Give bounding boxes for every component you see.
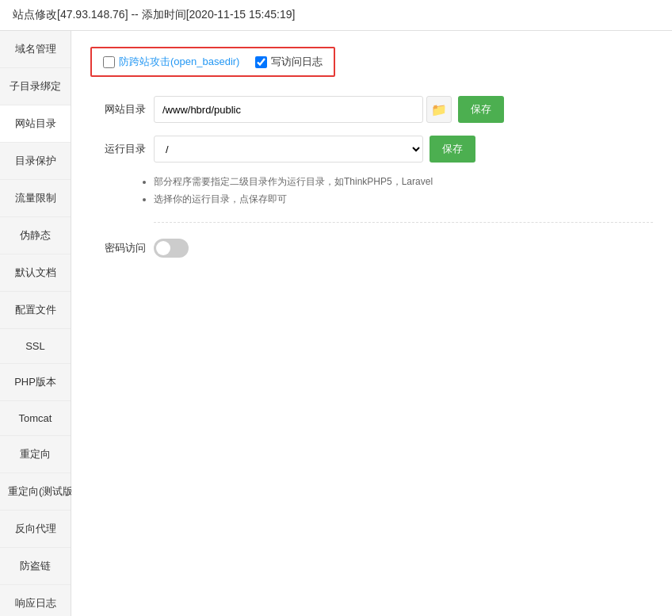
header-title: 站点修改[47.93.148.76] -- 添加时间[2020-11-15 15… <box>13 8 295 21</box>
hint-list: 部分程序需要指定二级目录作为运行目录，如ThinkPHP5，Laravel 选择… <box>154 175 653 206</box>
content-area: 防跨站攻击(open_basedir) 写访问日志 网站目录 📁 保存 运行目录 <box>71 31 672 616</box>
sidebar-item-webdir[interactable]: 网站目录 <box>0 105 71 143</box>
sidebar-item-traffic[interactable]: 流量限制 <box>0 180 71 217</box>
folder-icon: 📁 <box>431 102 447 117</box>
accesslog-checkbox[interactable] <box>255 56 267 68</box>
folder-icon-button[interactable]: 📁 <box>426 96 452 123</box>
hint-item-1: 部分程序需要指定二级目录作为运行目录，如ThinkPHP5，Laravel <box>154 175 653 189</box>
accesslog-checkbox-item[interactable]: 写访问日志 <box>255 55 323 69</box>
password-toggle[interactable] <box>154 239 189 258</box>
accesslog-label[interactable]: 写访问日志 <box>271 55 323 69</box>
highlight-checkbox-box: 防跨站攻击(open_basedir) 写访问日志 <box>90 47 335 77</box>
rundir-select[interactable]: / <box>154 136 423 163</box>
sidebar-item-proxy[interactable]: 反向代理 <box>0 511 71 548</box>
sidebar-item-rewrite[interactable]: 伪静态 <box>0 217 71 254</box>
rundir-save-button[interactable]: 保存 <box>430 136 475 163</box>
sidebar-item-defaultdoc[interactable]: 默认文档 <box>0 254 71 292</box>
password-label: 密码访问 <box>90 241 146 255</box>
sidebar-item-hotlink[interactable]: 防盗链 <box>0 548 71 585</box>
openbasedir-checkbox-item[interactable]: 防跨站攻击(open_basedir) <box>103 55 239 69</box>
sidebar-item-phpver[interactable]: PHP版本 <box>0 364 71 401</box>
toggle-slider <box>154 239 189 258</box>
openbasedir-label[interactable]: 防跨站攻击(open_basedir) <box>119 55 239 69</box>
openbasedir-checkbox[interactable] <box>103 56 115 68</box>
sidebar-item-dirprotect[interactable]: 目录保护 <box>0 143 71 180</box>
sidebar: 域名管理 子目录绑定 网站目录 目录保护 流量限制 伪静态 默认文档 配置文件 <box>0 31 71 616</box>
hint-item-2: 选择你的运行目录，点保存即可 <box>154 193 653 206</box>
sidebar-item-config[interactable]: 配置文件 <box>0 292 71 329</box>
webdir-save-button[interactable]: 保存 <box>458 96 504 123</box>
divider <box>154 222 653 223</box>
webdir-row: 网站目录 📁 保存 <box>90 96 653 123</box>
sidebar-item-tomcat[interactable]: Tomcat <box>0 401 71 436</box>
rundir-row: 运行目录 / 保存 <box>90 136 653 163</box>
rundir-label: 运行目录 <box>90 142 146 156</box>
sidebar-item-ssl[interactable]: SSL <box>0 329 71 364</box>
header-bar: 站点修改[47.93.148.76] -- 添加时间[2020-11-15 15… <box>0 0 672 31</box>
sidebar-item-domain[interactable]: 域名管理 <box>0 31 71 68</box>
webdir-label: 网站目录 <box>90 102 146 117</box>
sidebar-item-accesslog[interactable]: 响应日志 <box>0 585 71 616</box>
sidebar-item-redirect[interactable]: 重定向 <box>0 436 71 473</box>
sidebar-item-subdir[interactable]: 子目录绑定 <box>0 68 71 105</box>
webdir-input[interactable] <box>154 96 423 123</box>
password-row: 密码访问 <box>90 239 653 258</box>
sidebar-item-redirect2[interactable]: 重定向(测试版) <box>0 473 71 511</box>
